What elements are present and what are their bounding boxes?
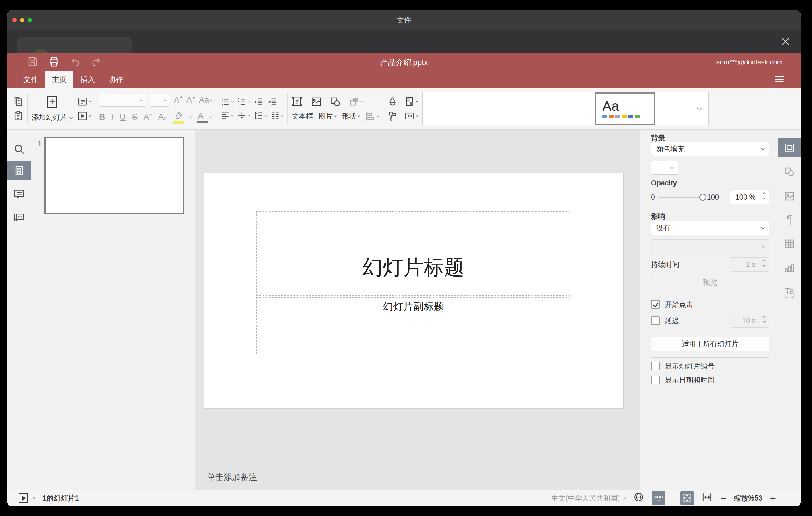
- slide-layout-icon[interactable]: [77, 96, 91, 107]
- theme-cell-selected[interactable]: Aa: [595, 92, 655, 125]
- decrease-indent-icon[interactable]: [254, 97, 263, 107]
- spin-down-icon[interactable]: [763, 197, 766, 200]
- slide-thumbnail[interactable]: [45, 137, 184, 214]
- insert-shape-icon[interactable]: [330, 96, 341, 107]
- opacity-spinbox[interactable]: 100 %: [730, 190, 770, 204]
- theme-gallery-expand-icon[interactable]: [690, 92, 708, 125]
- title-placeholder[interactable]: 幻灯片标题: [256, 211, 571, 296]
- traffic-close-button[interactable]: [12, 18, 17, 22]
- textbox-button[interactable]: 文本框: [292, 111, 313, 121]
- search-icon[interactable]: [7, 143, 31, 155]
- underline-button[interactable]: U: [120, 112, 126, 122]
- image-button[interactable]: 图片: [318, 111, 336, 121]
- delay-checkbox[interactable]: 延迟: [651, 316, 679, 325]
- horizontal-align-icon[interactable]: [220, 111, 233, 121]
- comments-icon[interactable]: [7, 188, 31, 200]
- tab-insert[interactable]: 插入: [74, 71, 102, 88]
- tab-home[interactable]: 主页: [45, 71, 74, 88]
- fit-width-icon[interactable]: [701, 491, 713, 505]
- increase-indent-icon[interactable]: [267, 97, 277, 107]
- show-date-time-checkbox[interactable]: 显示日期和时间: [651, 376, 770, 384]
- bullet-list-icon[interactable]: [220, 97, 233, 107]
- menu-hamburger-icon[interactable]: [775, 76, 784, 83]
- language-selector[interactable]: 中文(中华人民共和国): [551, 493, 626, 503]
- theme-cell[interactable]: [480, 92, 538, 125]
- numbered-list-icon[interactable]: [237, 97, 250, 107]
- duration-spinbox[interactable]: 2 s: [730, 257, 770, 271]
- paragraph-settings-tab[interactable]: ¶: [778, 214, 801, 225]
- color-scheme-icon[interactable]: [404, 96, 418, 107]
- opacity-slider-knob[interactable]: [699, 194, 706, 201]
- start-on-click-checkbox[interactable]: 开始点击: [651, 300, 770, 309]
- shape-settings-tab[interactable]: [778, 166, 801, 177]
- line-spacing-icon[interactable]: [254, 111, 266, 121]
- bold-button[interactable]: B: [99, 112, 105, 122]
- zoom-in-button[interactable]: +: [770, 493, 776, 503]
- checkbox-icon[interactable]: [651, 316, 660, 325]
- tab-file[interactable]: 文件: [17, 71, 45, 88]
- font-size-combobox[interactable]: [150, 94, 170, 107]
- start-preview-icon[interactable]: [19, 493, 28, 503]
- slide-page[interactable]: 幻灯片标题 幻灯片副标题: [204, 173, 623, 408]
- table-settings-tab[interactable]: [778, 238, 801, 249]
- chat-icon[interactable]: [7, 212, 31, 224]
- fill-color-picker[interactable]: [651, 161, 678, 175]
- checkbox-checked-icon[interactable]: [651, 300, 660, 309]
- notes-input[interactable]: 单击添加备注: [195, 464, 640, 490]
- theme-cell[interactable]: [423, 92, 480, 125]
- decrease-font-icon[interactable]: A: [186, 95, 195, 105]
- subscript-button[interactable]: A₂: [158, 112, 167, 122]
- fill-type-dropdown[interactable]: 颜色填充: [651, 142, 770, 156]
- zoom-out-button[interactable]: −: [720, 493, 727, 503]
- tab-collaboration[interactable]: 协作: [102, 71, 130, 88]
- align-objects-icon[interactable]: [365, 111, 379, 122]
- delay-spinbox[interactable]: 10 s: [730, 314, 770, 328]
- italic-button[interactable]: I: [111, 112, 114, 122]
- apply-to-all-button[interactable]: 适用于所有幻灯片: [651, 337, 770, 351]
- add-slide-icon[interactable]: [32, 95, 72, 109]
- insert-image-icon[interactable]: [311, 96, 322, 107]
- effect-dropdown[interactable]: 没有: [651, 221, 770, 235]
- show-slide-number-checkbox[interactable]: 显示幻灯片编号: [651, 362, 770, 370]
- opacity-slider[interactable]: [659, 194, 703, 201]
- strikeout-button[interactable]: S: [132, 112, 138, 122]
- spin-up-icon[interactable]: [763, 192, 766, 195]
- increase-font-icon[interactable]: A: [174, 95, 183, 105]
- slide-settings-tab[interactable]: [778, 138, 801, 157]
- set-language-globe-icon[interactable]: [633, 492, 644, 505]
- checkbox-icon[interactable]: [651, 362, 660, 370]
- change-case-icon[interactable]: Aa: [199, 95, 212, 105]
- font-color-icon[interactable]: A: [198, 111, 204, 123]
- slide-size-icon[interactable]: [404, 111, 418, 121]
- copy-icon[interactable]: [13, 96, 24, 107]
- columns-icon[interactable]: [270, 111, 283, 121]
- image-settings-tab[interactable]: [778, 191, 801, 202]
- text-art-settings-tab[interactable]: Ta: [778, 286, 801, 298]
- spellcheck-toggle[interactable]: ABC: [651, 491, 665, 505]
- traffic-minimize-button[interactable]: [20, 18, 24, 22]
- highlight-color-icon[interactable]: [173, 111, 183, 124]
- checkbox-icon[interactable]: [651, 376, 660, 384]
- delay-label: 延迟: [665, 316, 679, 325]
- paste-icon[interactable]: [13, 111, 24, 121]
- font-name-combobox[interactable]: [99, 94, 146, 107]
- chart-settings-tab[interactable]: [778, 262, 801, 274]
- add-slide-button[interactable]: 添加幻灯片: [32, 113, 72, 122]
- subtitle-placeholder[interactable]: 幻灯片副标题: [256, 297, 571, 354]
- effect-type-dropdown[interactable]: [651, 239, 770, 254]
- start-slideshow-icon[interactable]: [77, 111, 91, 121]
- arrange-shape-icon[interactable]: [349, 96, 362, 107]
- clear-style-icon[interactable]: [387, 96, 398, 107]
- preview-button[interactable]: 预览: [651, 276, 770, 289]
- vertical-align-icon[interactable]: [237, 111, 250, 121]
- theme-cell[interactable]: [655, 92, 690, 125]
- superscript-button[interactable]: A²: [144, 112, 152, 122]
- theme-cell[interactable]: [538, 92, 595, 125]
- insert-textbox-icon[interactable]: [292, 96, 303, 107]
- traffic-zoom-button[interactable]: [28, 18, 32, 22]
- shape-button[interactable]: 形状: [342, 111, 360, 121]
- slides-panel-tab[interactable]: [7, 162, 31, 180]
- select-tool-icon[interactable]: [387, 111, 398, 121]
- close-icon[interactable]: [780, 36, 791, 47]
- fit-slide-toggle[interactable]: [680, 491, 694, 505]
